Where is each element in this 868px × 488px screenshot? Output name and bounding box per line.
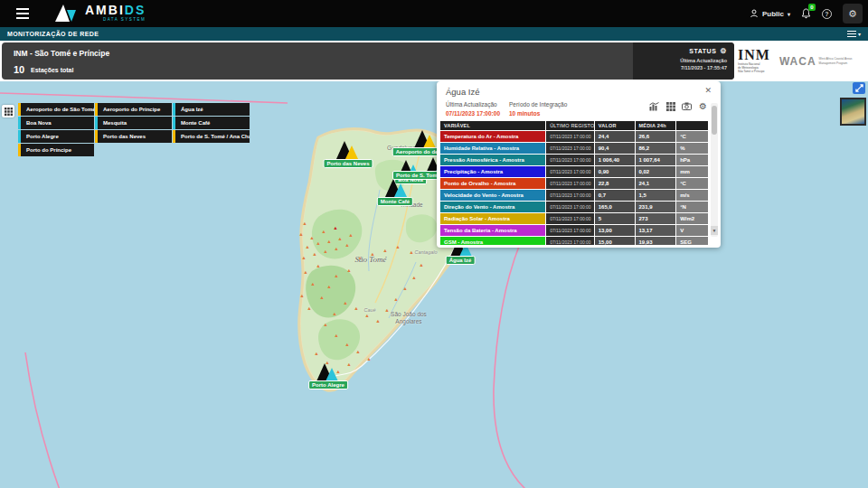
station-map-label[interactable]: Monte Café xyxy=(377,197,413,206)
mountain-peak-icon: ▲ xyxy=(310,282,315,287)
mountain-peak-icon: ▲ xyxy=(326,239,331,245)
station-map-label[interactable]: Porto Alegre xyxy=(308,380,348,389)
table-row: Ponto de Orvalho - Amostra07/11/2023 17:… xyxy=(440,178,708,189)
map-canvas[interactable]: ▲▲▲▲▲▲▲▲▲▲▲▲▲▲▲▲▲▲▲▲▲▲▲▲▲▲▲▲▲▲▲▲▲▲▲▲▲▲▲▲… xyxy=(0,81,868,488)
station-button-7[interactable]: Porto Alegre xyxy=(18,130,94,143)
media-cell: 13,17 xyxy=(636,225,676,236)
valor-cell: 165,0 xyxy=(595,202,635,212)
mountain-peak-icon: ▲ xyxy=(402,286,407,292)
unit-cell: V xyxy=(676,225,708,236)
valor-cell: 24,4 xyxy=(595,131,635,142)
close-icon[interactable]: ✕ xyxy=(704,86,712,95)
station-map-label[interactable]: Porto das Neves xyxy=(323,159,373,168)
table-view-button[interactable] xyxy=(665,101,675,111)
table-header-row: VARIÁVELÚLTIMO REGISTOVALORMÉDIA 24h xyxy=(440,121,708,130)
station-map-label[interactable]: Água Izé xyxy=(446,256,476,265)
map-marker-monte-caf-[interactable] xyxy=(385,177,409,197)
overview-minimap[interactable] xyxy=(840,98,866,126)
caret-down-icon: ▾ xyxy=(858,31,861,37)
station-button-label: Aeroporto do Príncipe xyxy=(103,107,160,112)
inm-logo: INM Instituto Nacional de Meteorologia S… xyxy=(738,49,770,73)
marker-color-triangle-icon xyxy=(423,135,436,148)
station-button-4[interactable]: Boa Nova xyxy=(18,117,94,129)
variable-cell: Ponto de Orvalho - Amostra xyxy=(440,178,545,189)
mountain-peak-icon: ▲ xyxy=(344,243,349,249)
marker-color-triangle-icon xyxy=(394,183,407,197)
station-button-8[interactable]: Porto das Neves xyxy=(95,130,172,143)
station-button-5[interactable]: Mesquita xyxy=(95,117,172,129)
table-row: Tensão da Bateria - Amostra07/11/2023 17… xyxy=(440,225,708,236)
camera-icon xyxy=(682,102,692,110)
notifications-button[interactable]: 0 xyxy=(801,8,811,19)
station-button-3[interactable]: Água Izé xyxy=(173,103,250,116)
popup-title: Água Izé xyxy=(446,87,480,97)
map-marker-aeroporto-do-de-s-o-tom-[interactable] xyxy=(414,128,438,148)
table-row: Velocidade do Vento - Amostra07/11/2023 … xyxy=(440,190,708,201)
station-button-label: Porto do Príncipe xyxy=(26,147,71,153)
valor-cell: 15,00 xyxy=(595,237,635,245)
brand-subtitle: DATA SYSTEM xyxy=(85,17,146,22)
snapshot-button[interactable] xyxy=(682,101,692,111)
unit-cell: °N xyxy=(676,202,708,212)
user-caret-icon: ▾ xyxy=(788,11,790,17)
unit-cell: m/s xyxy=(676,190,708,201)
mountain-peak-icon: ▲ xyxy=(312,252,316,258)
help-button[interactable]: ? xyxy=(822,9,832,19)
valor-cell: 0,90 xyxy=(595,166,635,177)
fullscreen-button[interactable] xyxy=(853,82,865,94)
station-button-6[interactable]: Monte Café xyxy=(173,117,250,129)
media-cell: 24,1 xyxy=(636,178,676,189)
mountain-peak-icon: ▲ xyxy=(334,247,338,252)
registo-cell: 07/11/2023 17:00:00 xyxy=(546,178,594,189)
table-scrollbar[interactable]: ▼ xyxy=(711,103,718,237)
brand-triangle-icon xyxy=(54,3,78,23)
mountain-peak-icon: ▲ xyxy=(323,323,327,328)
variable-cell: Tensão da Bateria - Amostra xyxy=(440,225,545,236)
user-menu[interactable]: Public ▾ xyxy=(750,9,790,18)
table-row: Radiação Solar - Amostra07/11/2023 17:00… xyxy=(440,213,708,224)
network-title: INM - São Tomé e Príncipe xyxy=(14,49,109,58)
chart-button[interactable] xyxy=(649,101,659,111)
waca-logo-subtext: West Africa Coastal Areas Management Pro… xyxy=(819,57,853,64)
station-button-1[interactable]: Aeroporto do de São Tomé xyxy=(18,103,94,116)
station-button-9[interactable]: Porto de S. Tomé / Ana Chaves xyxy=(173,130,250,143)
map-marker-porto-das-neves[interactable] xyxy=(336,139,360,159)
station-button-2[interactable]: Aeroporto do Príncipe xyxy=(95,103,172,116)
media-cell: 86,2 xyxy=(636,143,676,154)
marker-color-triangle-icon xyxy=(326,368,338,381)
mountain-peak-icon: ▲ xyxy=(319,296,324,301)
valor-cell: 1 006,40 xyxy=(595,155,635,165)
menu-icon[interactable] xyxy=(16,8,29,19)
mountain-peak-icon: ▲ xyxy=(364,314,369,319)
popup-settings-button[interactable]: ⚙ xyxy=(698,101,708,111)
valor-cell: 13,00 xyxy=(595,225,635,236)
settings-button[interactable]: ⚙ xyxy=(843,4,863,23)
unit-cell: % xyxy=(676,143,708,154)
map-marker-porto-alegre[interactable] xyxy=(316,361,340,381)
mountain-peak-icon: ▲ xyxy=(375,319,380,324)
popup-period-value: 10 minutos xyxy=(509,110,540,117)
list-icon xyxy=(847,29,856,39)
registo-cell: 07/11/2023 17:00:00 xyxy=(546,155,594,165)
mountain-peak-icon: ▲ xyxy=(302,221,307,227)
mountain-peak-icon: ▲ xyxy=(384,308,389,314)
notification-badge: 0 xyxy=(808,4,816,11)
valor-cell: 5 xyxy=(595,213,635,224)
status-gear-icon[interactable]: ⚙ xyxy=(720,47,727,55)
station-button-label: Porto Alegre xyxy=(26,134,59,139)
city-label: São Tomé xyxy=(355,255,387,265)
view-options-button[interactable]: ▾ xyxy=(847,29,861,39)
table-header-cell: MÉDIA 24h xyxy=(636,121,676,130)
scrollbar-thumb[interactable] xyxy=(712,106,717,135)
table-header-cell: VARIÁVEL xyxy=(440,121,545,130)
mountain-peak-icon: ▲ xyxy=(419,263,423,268)
scroll-down-arrow[interactable]: ▼ xyxy=(711,226,718,235)
stations-grid-toggle-button[interactable] xyxy=(2,105,14,117)
media-cell: 0,02 xyxy=(636,166,676,177)
last-update-value: 7/11/2023 - 17:55:47 xyxy=(640,65,727,70)
table-header-cell: ÚLTIMO REGISTO xyxy=(546,121,594,130)
media-cell: 26,6 xyxy=(636,131,676,142)
table-row: Humidade Relativa - Amostra07/11/2023 17… xyxy=(440,143,708,154)
mountain-peak-icon: ▲ xyxy=(393,297,398,303)
station-button-10[interactable]: Porto do Príncipe xyxy=(18,144,94,156)
